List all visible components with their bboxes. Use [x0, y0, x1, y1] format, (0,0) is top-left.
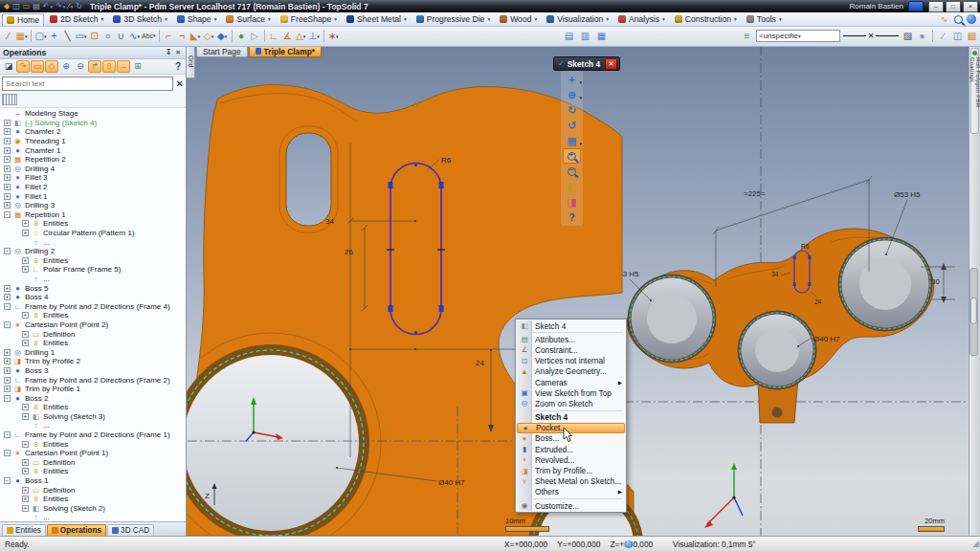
polygon-icon[interactable]: ◇▾: [203, 28, 215, 45]
ribbon-tab-freeshape[interactable]: FreeShape▾: [277, 13, 341, 25]
tree-item-boss-2[interactable]: −●Boss 2: [0, 393, 186, 403]
ribbon-tab-2d-sketch[interactable]: 2D Sketch▾: [46, 13, 107, 25]
ribbon-tab-construction[interactable]: Construction▾: [671, 13, 741, 25]
dim-slope-icon[interactable]: ∡: [281, 28, 294, 44]
render-style-icon[interactable]: ◨: [563, 194, 581, 209]
option-a-icon[interactable]: ▧: [966, 28, 978, 44]
tree-item-[interactable]: ↑...: [0, 275, 186, 284]
search-input[interactable]: [2, 77, 173, 91]
pan-icon[interactable]: +▾: [563, 72, 581, 87]
tree-item-entities[interactable]: +8Entities: [0, 256, 186, 266]
expand-toggle[interactable]: +: [22, 266, 29, 273]
panel-tab-operations[interactable]: Operations: [47, 524, 106, 536]
validate-sketch-icon[interactable]: ✓: [558, 59, 565, 68]
tree-item-frame-by-point-and-2-directions-frame-4[interactable]: −∟Frame by Point and 2 Directions (Frame…: [0, 301, 186, 311]
expand-toggle[interactable]: +: [4, 156, 11, 163]
lock-icon[interactable]: ●: [916, 28, 928, 44]
pin-panel-icon[interactable]: ↧: [164, 48, 173, 56]
expand-toggle[interactable]: −: [4, 303, 11, 310]
frame-box-icon[interactable]: ⊡: [88, 28, 100, 44]
expand-toggle[interactable]: +: [4, 285, 11, 292]
close-sketch-icon[interactable]: ✕: [605, 58, 617, 70]
grid-collapsed-tab[interactable]: Grid: [187, 46, 195, 78]
tree-item-[interactable]: ↑...: [0, 513, 186, 521]
expand-toggle[interactable]: +: [22, 257, 29, 264]
menu-item-sheet-metal-on-sketch[interactable]: YSheet Metal on Sketch...: [517, 476, 625, 487]
point-icon[interactable]: +: [48, 28, 60, 44]
expand-toggle[interactable]: +: [22, 220, 29, 227]
expand-toggle[interactable]: +: [4, 193, 11, 200]
expand-toggle[interactable]: −: [4, 450, 11, 456]
menu-item-customize[interactable]: ◉Customize...: [517, 500, 625, 511]
tree-item-entities[interactable]: +8Entities: [0, 339, 186, 348]
document-tab-triple-clamp[interactable]: Triple Clamp*: [249, 46, 323, 57]
tree-item-entities[interactable]: +8Entities: [0, 219, 186, 229]
ribbon-tab-3d-sketch[interactable]: 3D Sketch▾: [109, 13, 170, 25]
from-solid-icon[interactable]: ◆▾: [216, 28, 229, 45]
document-tab-start-page[interactable]: Start Page: [196, 46, 248, 57]
show-entities-icon[interactable]: 8: [102, 60, 116, 73]
pen-icon[interactable]: ∕: [68, 2, 69, 11]
expand-toggle[interactable]: +: [22, 459, 29, 466]
part-doc-icon[interactable]: ▥: [579, 28, 591, 44]
tag-filter-icon[interactable]: ◇: [45, 60, 58, 73]
menu-item-trim-by-profile[interactable]: ◨Trim by Profile...: [517, 465, 625, 475]
expand-toggle[interactable]: +: [22, 340, 29, 346]
grid-icon[interactable]: ▦▾: [15, 28, 28, 45]
tree-item-cartesian-point-point-1[interactable]: −∗Cartesian Point (Point 1): [0, 449, 186, 458]
expand-toggle[interactable]: −: [4, 321, 11, 328]
expand-toggle[interactable]: +: [4, 349, 11, 356]
redo-icon[interactable]: ↷: [56, 2, 62, 11]
help-icon[interactable]: ?: [563, 209, 581, 225]
panel-tab-entities[interactable]: Entities: [2, 524, 46, 536]
open-icon[interactable]: ▭: [23, 2, 31, 11]
insert-operation-icon[interactable]: ⊞: [131, 60, 145, 73]
help-icon[interactable]: ?: [175, 61, 184, 72]
tree-item-solving-sketch-4[interactable]: +◧(-) Solving (Sketch 4): [0, 119, 186, 128]
tree-item-modeling-stage[interactable]: →Modeling Stage: [0, 109, 186, 119]
expand-toggle[interactable]: +: [22, 331, 29, 338]
tree-item-entities[interactable]: +8Entities: [0, 467, 186, 476]
attributes-layers-icon[interactable]: ≡: [741, 28, 753, 44]
tree-item-drilling-1[interactable]: +◎Drilling 1: [0, 347, 186, 357]
refresh-icon[interactable]: ↻: [76, 2, 82, 11]
bore-left[interactable]: [628, 275, 716, 363]
sketch-doc-icon[interactable]: ▤: [563, 28, 575, 44]
center-icon[interactable]: ⊕▾: [563, 87, 581, 102]
tree-item-drilling-2[interactable]: −◎Drilling 2: [0, 247, 186, 256]
arc-icon[interactable]: ∪: [115, 28, 127, 44]
expand-toggle[interactable]: +: [4, 367, 11, 374]
tree-item-frame-by-point-and-2-directions-frame-2[interactable]: +∟Frame by Point and 2 Directions (Frame…: [0, 375, 186, 385]
sketch-edit-tab[interactable]: ✓ Sketch 4 ✕: [553, 56, 620, 71]
expand-toggle[interactable]: +: [4, 138, 11, 144]
tree-item-boss-3[interactable]: +●Boss 3: [0, 366, 186, 376]
ribbon-tab-tools[interactable]: Tools▾: [743, 13, 786, 25]
expand-toggle[interactable]: +: [4, 294, 11, 300]
app-icon[interactable]: ◆: [4, 2, 10, 11]
expand-toggle[interactable]: +: [4, 120, 11, 126]
clear-search-icon[interactable]: ✕: [176, 79, 184, 89]
circle-icon[interactable]: ○: [101, 28, 114, 44]
expand-toggle[interactable]: +: [22, 441, 29, 448]
menu-item-sketch-4[interactable]: ◧Sketch 4: [517, 320, 625, 331]
tree-item-[interactable]: ↑...: [0, 237, 186, 247]
expand-toggle[interactable]: +: [4, 377, 11, 384]
expand-toggle[interactable]: +: [22, 468, 29, 474]
tree-item-chamfer-2[interactable]: +●Chamfer 2: [0, 127, 186, 137]
tree-item-fillet-2[interactable]: +●Fillet 2: [0, 183, 186, 192]
scrollbar-thumb[interactable]: [970, 298, 977, 324]
tree-item-boss-1[interactable]: −●Boss 1: [0, 476, 186, 486]
tree-item-fillet-1[interactable]: +●Fillet 1: [0, 191, 186, 201]
frame-filter-icon[interactable]: ▭: [31, 60, 44, 73]
ribbon-tab-sheet-metal[interactable]: Sheet Metal▾: [343, 13, 411, 25]
menu-item-cameras[interactable]: Cameras▶: [517, 377, 625, 387]
tree-item-cartesian-point-point-2[interactable]: −∗Cartesian Point (Point 2): [0, 320, 186, 330]
tree-item-circular-pattern-pattern-1[interactable]: +○Circular Pattern (Pattern 1): [0, 229, 186, 238]
menu-item-others[interactable]: Others▶: [517, 487, 625, 497]
tree-item-entities[interactable]: +8Entities: [0, 439, 186, 449]
undo-icon[interactable]: ↶: [43, 2, 50, 11]
expand-toggle[interactable]: −: [4, 477, 11, 484]
perpendicular-icon[interactable]: ⊥▾: [308, 28, 321, 45]
filter-icon[interactable]: [2, 94, 17, 105]
menu-item-revolved[interactable]: ◗Revolved...: [517, 454, 625, 465]
